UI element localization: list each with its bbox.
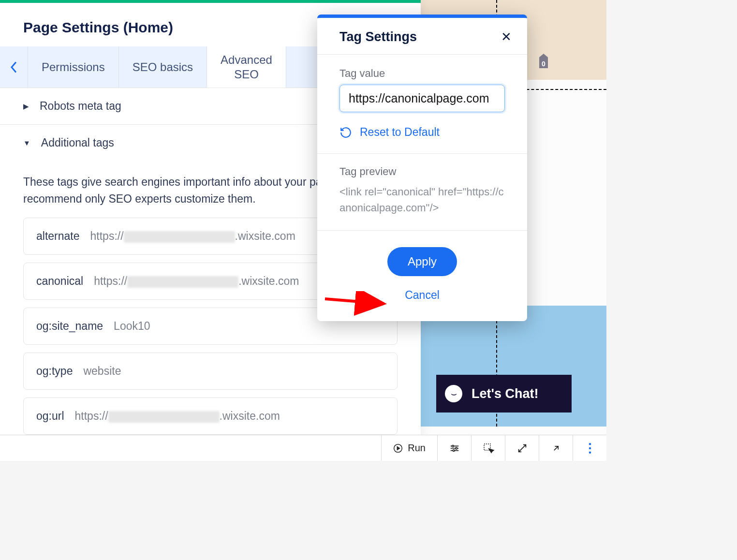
svg-point-7 [589, 447, 590, 449]
select-cursor-icon[interactable] [471, 435, 505, 461]
tag-settings-modal: Tag Settings ✕ Tag value Reset to Defaul… [317, 15, 527, 321]
chat-face-icon: ⌣ [445, 385, 462, 402]
svg-point-2 [452, 445, 454, 447]
tag-preview-label: Tag preview [339, 165, 505, 178]
play-circle-icon [393, 443, 403, 453]
tag-row-og-type[interactable]: og:type website [23, 353, 398, 390]
tag-value-label: Tag value [339, 67, 505, 80]
tab-seo-basics[interactable]: SEO basics [119, 46, 207, 88]
chevron-left-icon [10, 61, 17, 73]
bottom-toolbar: Run [0, 435, 606, 461]
sliders-icon[interactable] [437, 435, 471, 461]
reset-to-default-button[interactable]: Reset to Default [317, 114, 527, 154]
more-options-icon[interactable] [573, 435, 606, 461]
svg-point-3 [455, 447, 457, 449]
tab-permissions[interactable]: Permissions [28, 46, 119, 88]
svg-point-6 [589, 443, 590, 445]
modal-title: Tag Settings [339, 29, 417, 44]
chevron-down-icon: ▼ [23, 139, 30, 147]
tabs-back-button[interactable] [0, 46, 28, 88]
tag-preview-code: <link rel="canonical" href="https://cano… [339, 184, 505, 216]
apply-button[interactable]: Apply [387, 247, 457, 276]
shopping-bag-count: 0 [535, 60, 552, 68]
svg-point-8 [589, 451, 590, 453]
shopping-bag-icon[interactable]: 0 [535, 52, 552, 70]
tab-advanced-seo[interactable]: Advanced SEO [207, 46, 286, 88]
svg-point-4 [453, 449, 455, 451]
chat-label: Let's Chat! [472, 386, 538, 401]
tag-row-og-url[interactable]: og:url https://.wixsite.com [23, 398, 398, 435]
chevron-right-icon: ▶ [23, 102, 29, 111]
expand-icon[interactable] [505, 435, 539, 461]
undo-icon [339, 126, 352, 139]
close-icon[interactable]: ✕ [501, 29, 512, 44]
cancel-button[interactable]: Cancel [405, 289, 440, 302]
run-button[interactable]: Run [381, 435, 437, 461]
chat-widget[interactable]: ⌣ Let's Chat! [436, 375, 572, 413]
tag-value-input[interactable] [339, 85, 505, 112]
open-external-icon[interactable] [539, 435, 573, 461]
